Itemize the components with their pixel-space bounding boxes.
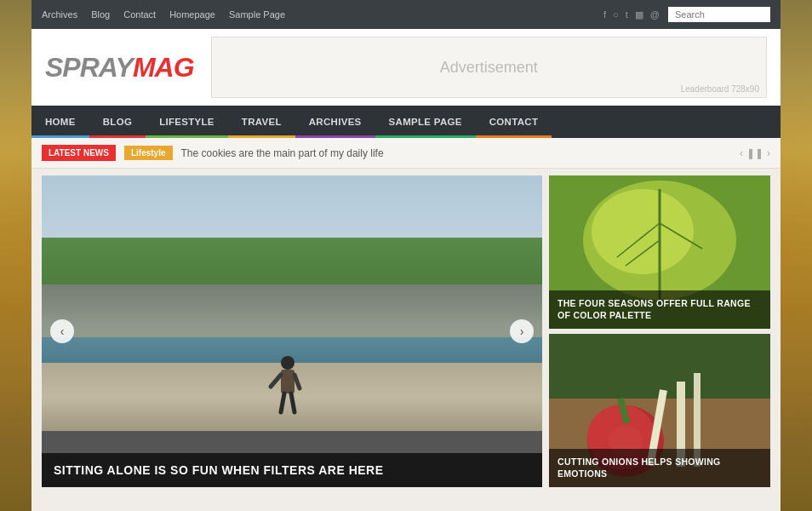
ticker-pause[interactable]: ❚❚ bbox=[746, 147, 763, 159]
nav-home-indicator bbox=[31, 135, 89, 138]
right-card-1[interactable]: THE FOUR SEASONS OFFER FULL RANGE OF COL… bbox=[549, 175, 770, 329]
twitter-icon[interactable]: t bbox=[626, 9, 628, 20]
right-column: THE FOUR SEASONS OFFER FULL RANGE OF COL… bbox=[549, 175, 770, 487]
svg-point-8 bbox=[592, 189, 694, 274]
nav-blog[interactable]: BLOG bbox=[89, 106, 146, 138]
ad-banner: Advertisement Leaderboard 728x90 bbox=[211, 37, 767, 98]
top-nav-contact[interactable]: Contact bbox=[123, 9, 156, 20]
facebook-icon[interactable]: f bbox=[603, 9, 606, 20]
nav-archives[interactable]: ARCHIVES bbox=[295, 106, 375, 138]
nav-travel-indicator bbox=[228, 135, 295, 138]
main-slider: ‹ › SITTING ALONE IS SO FUN WHEN FILTERS… bbox=[42, 175, 542, 487]
slider-scene bbox=[42, 175, 542, 487]
ticker-prev[interactable]: ‹ bbox=[740, 147, 743, 159]
main-nav: HOME BLOG LIFESTYLE TRAVEL ARCHIVES SAMP… bbox=[31, 106, 781, 138]
nav-sample-indicator bbox=[375, 135, 476, 138]
search-input[interactable] bbox=[668, 7, 770, 22]
top-nav-links: Archives Blog Contact Homepage Sample Pa… bbox=[42, 9, 285, 20]
slider-next-button[interactable]: › bbox=[510, 319, 534, 343]
top-nav-blog[interactable]: Blog bbox=[91, 9, 110, 20]
rss-icon[interactable]: ▩ bbox=[635, 9, 643, 20]
nav-home[interactable]: HOME bbox=[31, 106, 89, 138]
ad-size: Leaderboard 728x90 bbox=[681, 84, 759, 94]
ticker-text: The cookies are the main part of my dail… bbox=[181, 147, 731, 159]
slider-prev-button[interactable]: ‹ bbox=[50, 319, 74, 343]
svg-point-0 bbox=[281, 356, 294, 370]
ticker-controls: ‹ ❚❚ › bbox=[740, 147, 770, 159]
nav-travel[interactable]: TRAVEL bbox=[228, 106, 295, 138]
svg-line-5 bbox=[291, 393, 294, 412]
nav-contact[interactable]: CONTACT bbox=[476, 106, 552, 138]
top-nav-sample-page[interactable]: Sample Page bbox=[229, 9, 285, 20]
nav-contact-indicator bbox=[476, 135, 552, 138]
pinterest-icon[interactable]: ○ bbox=[613, 9, 619, 20]
right-card-1-caption: THE FOUR SEASONS OFFER FULL RANGE OF COL… bbox=[549, 290, 770, 329]
slider-caption: SITTING ALONE IS SO FUN WHEN FILTERS ARE… bbox=[42, 453, 542, 487]
top-nav: Archives Blog Contact Homepage Sample Pa… bbox=[31, 0, 781, 29]
right-card-2[interactable]: CUTTING ONIONS HELPS SHOWING EMOTIONS bbox=[549, 334, 770, 487]
nav-archives-indicator bbox=[295, 135, 375, 138]
content-area: ‹ › SITTING ALONE IS SO FUN WHEN FILTERS… bbox=[31, 169, 781, 494]
logo: SPRAYMAG bbox=[45, 52, 194, 83]
email-icon[interactable]: @ bbox=[650, 9, 660, 20]
ticker-next[interactable]: › bbox=[767, 147, 770, 159]
svg-line-3 bbox=[294, 375, 300, 388]
logo-mag: MAG bbox=[133, 52, 194, 83]
header-area: SPRAYMAG Advertisement Leaderboard 728x9… bbox=[31, 29, 781, 106]
nav-lifestyle[interactable]: LIFESTYLE bbox=[146, 106, 228, 138]
ticker-category: Lifestyle bbox=[124, 146, 173, 160]
logo-spray: SPRAY bbox=[45, 52, 133, 83]
top-nav-archives[interactable]: Archives bbox=[42, 9, 77, 20]
nav-lifestyle-indicator bbox=[146, 135, 228, 138]
svg-rect-1 bbox=[281, 370, 294, 393]
person-silhouette bbox=[262, 354, 313, 431]
main-wrapper: Archives Blog Contact Homepage Sample Pa… bbox=[31, 0, 781, 511]
top-nav-right: f ○ t ▩ @ bbox=[603, 7, 770, 22]
ticker-label: LATEST NEWS bbox=[42, 145, 116, 161]
nav-blog-indicator bbox=[89, 135, 146, 138]
right-card-2-caption: CUTTING ONIONS HELPS SHOWING EMOTIONS bbox=[549, 449, 770, 487]
social-icons: f ○ t ▩ @ bbox=[603, 9, 660, 20]
svg-line-2 bbox=[271, 375, 281, 387]
nav-sample-page[interactable]: SAMPLE PAGE bbox=[375, 106, 476, 138]
ticker-bar: LATEST NEWS Lifestyle The cookies are th… bbox=[31, 138, 781, 169]
svg-line-4 bbox=[281, 393, 284, 412]
top-nav-homepage[interactable]: Homepage bbox=[169, 9, 215, 20]
ad-text: Advertisement bbox=[440, 59, 538, 77]
